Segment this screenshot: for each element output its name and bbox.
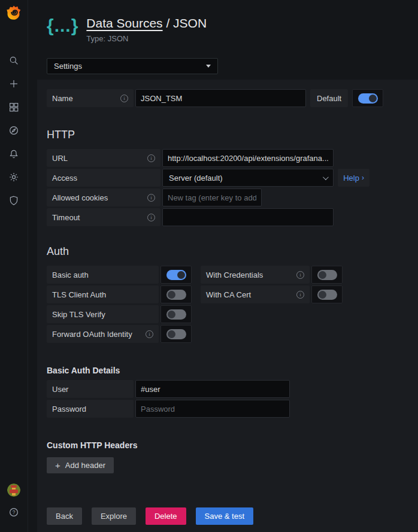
configuration-gear-icon[interactable] [8,172,19,183]
breadcrumb-current: JSON [173,16,207,30]
access-help-button[interactable]: Help› [338,169,369,187]
auth-row-3: Skip TLS Verify [47,305,408,323]
explore-button[interactable]: Explore [92,507,136,525]
page-title: Data Sources / JSON [86,16,207,31]
footer-actions: Back Explore Delete Save & test [47,507,408,525]
tls-client-auth-toggle[interactable] [160,285,192,303]
info-icon[interactable] [147,194,155,202]
password-row: Password [47,400,408,418]
skip-tls-verify-toggle[interactable] [160,305,192,323]
basic-auth-details-title: Basic Auth Details [47,366,408,375]
auth-section-title: Auth [47,245,408,258]
user-avatar[interactable] [7,484,20,497]
svg-text:?: ? [13,510,16,515]
tls-client-auth-label: TLS Client Auth [47,285,159,303]
http-section-title: HTTP [47,129,408,141]
help-icon[interactable]: ? [8,507,19,518]
sidebar: ? [0,0,28,532]
create-plus-icon[interactable] [8,78,19,89]
main-content: {...} Data Sources / JSON Type: JSON Set… [28,0,418,532]
skip-tls-verify-label: Skip TLS Verify [47,305,159,323]
default-toggle[interactable] [352,89,383,107]
name-label: Name [47,89,134,107]
with-credentials-toggle[interactable] [311,266,343,284]
url-input[interactable] [162,149,334,167]
access-label: Access [47,169,160,187]
timeout-label: Timeout [47,208,160,226]
alerting-bell-icon[interactable] [8,148,19,159]
settings-tab-select[interactable]: Settings [47,58,218,74]
sidebar-nav [8,55,19,206]
timeout-input[interactable] [162,208,334,226]
app-window: ? {...} Data Sources / JSON Type: JSON S… [0,0,418,532]
grafana-logo-icon[interactable] [6,5,22,20]
datasource-type-subtitle: Type: JSON [86,34,207,43]
json-datasource-icon: {...} [47,14,78,37]
access-select-value: Server (default) [169,174,223,183]
with-ca-cert-toggle[interactable] [311,285,343,303]
name-input[interactable] [135,89,306,107]
forward-oauth-identity-label: Forward OAuth Identity [47,325,159,343]
info-icon[interactable] [296,291,304,299]
search-icon[interactable] [8,55,19,66]
with-credentials-label: With Credentials [201,266,310,284]
default-label: Default [310,89,348,107]
access-row: Access Server (default) Help› [47,169,408,187]
info-icon[interactable] [120,95,128,102]
with-ca-cert-label: With CA Cert [201,285,310,303]
timeout-row: Timeout [47,208,408,226]
settings-tab-label: Settings [54,62,82,71]
access-select[interactable]: Server (default) [162,169,334,187]
basic-auth-label: Basic auth [47,266,159,284]
settings-panel: Name Default HTTP URL [37,80,418,532]
info-icon[interactable] [296,271,304,279]
sidebar-bottom: ? [7,484,20,518]
page-header: {...} Data Sources / JSON Type: JSON [28,0,418,43]
admin-shield-icon[interactable] [8,195,19,206]
allowed-cookies-input[interactable] [162,189,262,206]
basic-auth-toggle[interactable] [160,266,192,284]
add-header-button[interactable]: + Add header [47,457,114,473]
breadcrumb-separator: / [163,16,174,30]
caret-down-icon [206,65,211,68]
info-icon[interactable] [146,330,153,338]
info-icon[interactable] [147,214,155,221]
user-input[interactable] [135,380,290,398]
back-button[interactable]: Back [47,507,82,525]
name-row: Name Default [47,89,408,107]
allowed-cookies-label: Allowed cookies [47,189,160,206]
url-row: URL [47,149,408,167]
auth-row-2: TLS Client Auth With CA Cert [47,285,408,303]
delete-button[interactable]: Delete [146,507,186,525]
allowed-cookies-row: Allowed cookies [47,189,408,206]
auth-row-1: Basic auth With Credentials [47,266,408,284]
forward-oauth-identity-toggle[interactable] [160,325,192,343]
custom-http-headers-title: Custom HTTP Headers [47,440,408,450]
plus-icon: + [55,460,60,470]
password-input[interactable] [135,400,290,418]
auth-row-4: Forward OAuth Identity [47,325,408,343]
info-icon[interactable] [147,154,155,162]
explore-compass-icon[interactable] [8,125,19,136]
chevron-down-icon [323,174,329,180]
save-and-test-button[interactable]: Save & test [196,507,253,525]
chevron-right-icon: › [362,174,364,182]
user-label: User [47,380,134,398]
user-row: User [47,380,408,398]
breadcrumb-datasources-link[interactable]: Data Sources [86,16,162,30]
dashboards-icon[interactable] [8,102,19,113]
url-label: URL [47,149,160,167]
password-label: Password [47,400,134,418]
